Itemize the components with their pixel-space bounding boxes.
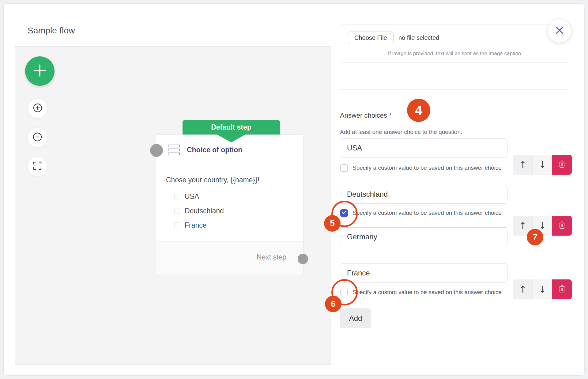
annotation-badge-7: 7 [527,229,543,245]
card-divider [156,167,303,167]
custom-value-row: Specify a custom value to be saved on th… [340,164,502,172]
add-choice-button[interactable]: Add [340,309,371,328]
annotation-badge-6: 6 [325,296,341,312]
arrow-down-icon: ↓ [538,220,546,231]
trash-icon [558,221,566,231]
file-status-text: no file selected [398,34,439,41]
answer-choice-input-deutschland[interactable] [340,185,507,204]
custom-value-checkbox-france[interactable] [340,289,348,296]
arrow-up-icon: ↑ [519,284,526,295]
zoom-in-button[interactable] [28,98,48,119]
image-upload-box: Choose File no file selected If image is… [340,25,569,63]
next-step-label: Next step [257,253,286,261]
choice-actions-france: ↑ ↓ [513,279,572,299]
move-up-button[interactable]: ↑ [513,279,533,299]
annotation-badge-5: 5 [324,215,341,232]
answer-choices-help: Add at least one answer choice to the qu… [340,129,462,135]
close-panel-button[interactable] [548,19,571,43]
custom-value-label: Specify a custom value to be saved on th… [352,210,502,216]
move-up-button[interactable]: ↑ [513,155,533,175]
option-label: France [185,221,207,229]
plus-icon [32,63,48,80]
next-step-connector-handle[interactable] [298,254,308,264]
annotation-badge-4: 4 [407,99,430,122]
zoom-out-icon [32,131,43,144]
step-lines-icon [168,145,180,157]
move-down-button[interactable]: ↓ [533,279,552,299]
arrow-down-icon: ↓ [538,284,546,295]
trash-icon [558,160,566,170]
choice-actions-usa: ↑ ↓ [513,155,572,175]
move-down-button[interactable]: ↓ [533,155,552,175]
card-footer: Next step [156,241,303,275]
step-question-text: Chose your country, {{name}}! [166,176,259,184]
arrow-up-icon: ↑ [519,220,526,231]
fit-view-icon [32,161,43,172]
card-option-row: France [174,221,207,229]
option-label: USA [185,192,199,201]
custom-value-label: Specify a custom value to be saved on th… [352,289,502,296]
custom-value-row: Specify a custom value to be saved on th… [340,209,502,217]
card-option-row: USA [174,192,199,201]
delete-choice-button[interactable] [552,216,572,236]
custom-value-checkbox-deutschland[interactable] [340,209,348,217]
arrow-up-icon: ↑ [519,159,526,170]
answer-choices-label: Answer choices * [340,112,392,119]
answer-choice-input-france[interactable] [340,263,507,282]
add-step-button[interactable] [25,56,55,86]
custom-value-label: Specify a custom value to be saved on th… [352,165,502,171]
custom-value-input-germany[interactable] [340,227,507,246]
step-title: Choice of option [187,146,242,154]
input-connector-handle[interactable] [150,144,163,157]
trash-icon [558,285,566,294]
close-icon [554,25,565,37]
fit-view-button[interactable] [27,156,47,176]
step-badge-pointer [217,134,246,142]
zoom-out-button[interactable] [27,127,47,148]
arrow-down-icon: ↓ [538,159,546,170]
card-option-row: Deutschland [174,207,224,215]
app-window: Sample flow Default step Choice of [3,3,585,376]
page-title: Sample flow [28,26,75,36]
custom-value-checkbox-usa[interactable] [340,164,348,172]
step-type-badge: Default step [183,120,280,135]
choose-file-button[interactable]: Choose File [348,32,394,44]
option-checkbox [174,222,180,228]
section-divider [340,353,569,353]
delete-choice-button[interactable] [552,155,572,175]
answer-choice-input-usa[interactable] [340,138,507,157]
option-checkbox [174,208,180,214]
check-icon [341,210,347,216]
upload-hint-text: If image is provided, text will be sent … [340,51,569,57]
section-divider [340,89,569,89]
zoom-in-icon [32,102,43,115]
flow-step-card[interactable]: Choice of option Chose your country, {{n… [156,135,303,274]
delete-choice-button[interactable] [552,279,572,299]
option-checkbox [174,194,180,199]
custom-value-row: Specify a custom value to be saved on th… [340,288,502,296]
choice-actions-deutschland: ↑ ↓ [513,216,572,236]
option-label: Deutschland [185,207,224,215]
